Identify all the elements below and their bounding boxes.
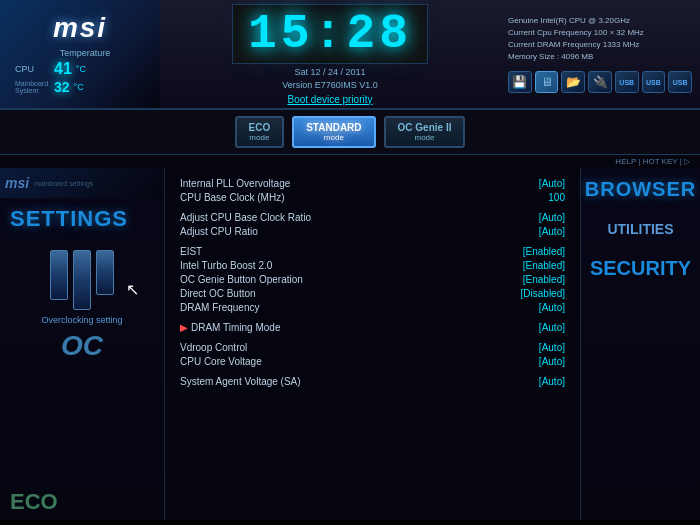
setting-value-adjust-cpu-base: [Auto] bbox=[539, 212, 565, 223]
device-icons-row: 💾 🖥 📂 🔌 USB USB USB bbox=[508, 71, 692, 93]
header-left-panel: msi Temperature CPU 41 °C MainboardSyste… bbox=[0, 0, 160, 108]
setting-name-adjust-cpu-ratio: Adjust CPU Ratio bbox=[180, 226, 258, 237]
oc-icon-area: ↖ Overclocking setting OC bbox=[0, 240, 164, 484]
center-content: Internal PLL Overvoltage [Auto] CPU Base… bbox=[165, 168, 580, 520]
header-middle-panel: 15:28 Sat 12 / 24 / 2011 Version E7760IM… bbox=[160, 0, 500, 110]
system-temp-unit: °C bbox=[74, 82, 84, 92]
setting-name-direct-oc: Direct OC Button bbox=[180, 288, 256, 299]
icon-folder[interactable]: 📂 bbox=[561, 71, 585, 93]
oc-genie-mode-button[interactable]: OC Genie II mode bbox=[384, 116, 466, 148]
settings-section-label[interactable]: SETTINGS bbox=[0, 198, 164, 240]
header-right-panel: Genuine Intel(R) CPU @ 3.20GHz Current C… bbox=[500, 7, 700, 101]
setting-value-cpu-base-clock: 100 bbox=[548, 192, 565, 203]
msi-logo: msi bbox=[53, 12, 107, 44]
cpu-temp-row: CPU 41 °C bbox=[15, 60, 155, 78]
mainboard-label: MainboardSystem bbox=[15, 80, 50, 94]
system-temp-value: 32 bbox=[54, 79, 70, 95]
oc-bar-icons bbox=[50, 250, 114, 310]
setting-value-internal-pll: [Auto] bbox=[539, 178, 565, 189]
help-bar: HELP | HOT KEY | ▷ bbox=[0, 155, 700, 168]
setting-cpu-base-clock[interactable]: CPU Base Clock (MHz) 100 bbox=[180, 190, 565, 204]
boot-device-link[interactable]: Boot device priority bbox=[287, 94, 372, 105]
right-sidebar: BROWSER UTILITIES SECURITY bbox=[580, 168, 700, 520]
oc-genie-mode-label: OC Genie II bbox=[398, 122, 452, 133]
setting-name-internal-pll: Internal PLL Overvoltage bbox=[180, 178, 290, 189]
setting-system-agent-voltage[interactable]: System Agent Voltage (SA) [Auto] bbox=[180, 374, 565, 388]
eco-mode-button[interactable]: ECO mode bbox=[235, 116, 285, 148]
oc-bar-3 bbox=[96, 250, 114, 295]
icon-hdd[interactable]: 💾 bbox=[508, 71, 532, 93]
overclocking-label[interactable]: Overclocking setting bbox=[41, 315, 122, 325]
standard-mode-sub: mode bbox=[306, 133, 361, 142]
oc-big-label: OC bbox=[61, 330, 103, 362]
oc-bar-1 bbox=[50, 250, 68, 300]
mode-bar: ECO mode STANDARD mode OC Genie II mode bbox=[0, 110, 700, 155]
eco-mode-sub: mode bbox=[249, 133, 271, 142]
setting-name-cpu-base-clock: CPU Base Clock (MHz) bbox=[180, 192, 284, 203]
cpu-label: CPU bbox=[15, 64, 50, 74]
setting-eist[interactable]: EIST [Enabled] bbox=[180, 244, 565, 258]
icon-screen[interactable]: 🖥 bbox=[535, 71, 559, 93]
setting-vdroop[interactable]: Vdroop Control [Auto] bbox=[180, 340, 565, 354]
setting-name-system-agent-voltage: System Agent Voltage (SA) bbox=[180, 376, 301, 387]
sys-info-line1: Genuine Intel(R) CPU @ 3.20GHz bbox=[508, 15, 692, 27]
setting-adjust-cpu-base-clock[interactable]: Adjust CPU Base Clock Ratio [Auto] bbox=[180, 210, 565, 224]
setting-cpu-core-voltage[interactable]: CPU Core Voltage [Auto] bbox=[180, 354, 565, 368]
temperature-title: Temperature bbox=[15, 48, 155, 58]
setting-name-dram-timing: ▶DRAM Timing Mode bbox=[180, 322, 280, 333]
setting-value-turbo-boost: [Enabled] bbox=[523, 260, 565, 271]
standard-mode-button[interactable]: STANDARD mode bbox=[292, 116, 375, 148]
setting-value-adjust-cpu-ratio: [Auto] bbox=[539, 226, 565, 237]
setting-turbo-boost[interactable]: Intel Turbo Boost 2.0 [Enabled] bbox=[180, 258, 565, 272]
browser-label[interactable]: BROWSER bbox=[585, 178, 696, 201]
eco-mode-label: ECO bbox=[249, 122, 271, 133]
system-temp-row: MainboardSystem 32 °C bbox=[15, 79, 155, 95]
sidebar-msi-logo: msi bbox=[5, 175, 29, 191]
main-content: msi mainboard settings SETTINGS ↖ Overcl… bbox=[0, 168, 700, 520]
setting-value-cpu-core-voltage: [Auto] bbox=[539, 356, 565, 367]
cpu-temp-value: 41 bbox=[54, 60, 72, 78]
setting-internal-pll[interactable]: Internal PLL Overvoltage [Auto] bbox=[180, 176, 565, 190]
setting-name-vdroop: Vdroop Control bbox=[180, 342, 247, 353]
sys-info-line3: Current DRAM Frequency 1333 MHz bbox=[508, 39, 692, 51]
date-line: Sat 12 / 24 / 2011 bbox=[294, 67, 365, 77]
setting-value-direct-oc: [Disabled] bbox=[521, 288, 565, 299]
icon-usb1[interactable]: USB bbox=[615, 71, 639, 93]
temperature-section: Temperature CPU 41 °C MainboardSystem 32… bbox=[5, 48, 155, 96]
cursor-icon: ↖ bbox=[126, 280, 139, 299]
setting-oc-genie-btn[interactable]: OC Genie Button Operation [Enabled] bbox=[180, 272, 565, 286]
setting-value-system-agent-voltage: [Auto] bbox=[539, 376, 565, 387]
sidebar-subtitle: mainboard settings bbox=[34, 180, 93, 187]
security-label[interactable]: SECURITY bbox=[590, 257, 691, 280]
setting-value-dram-freq: [Auto] bbox=[539, 302, 565, 313]
dram-timing-arrow: ▶ bbox=[180, 322, 188, 333]
clock-display: 15:28 bbox=[232, 4, 428, 64]
setting-name-dram-freq: DRAM Frequency bbox=[180, 302, 259, 313]
settings-table: Internal PLL Overvoltage [Auto] CPU Base… bbox=[180, 176, 565, 388]
standard-mode-label: STANDARD bbox=[306, 122, 361, 133]
version-line: Version E7760IMS V1.0 bbox=[282, 80, 378, 90]
icon-usb3[interactable]: USB bbox=[668, 71, 692, 93]
setting-name-eist: EIST bbox=[180, 246, 202, 257]
eco-section-label[interactable]: ECO bbox=[0, 484, 164, 520]
icon-usb2[interactable]: USB bbox=[642, 71, 666, 93]
icon-power[interactable]: 🔌 bbox=[588, 71, 612, 93]
utilities-label[interactable]: UTILITIES bbox=[607, 221, 673, 237]
sys-info-block: Genuine Intel(R) CPU @ 3.20GHz Current C… bbox=[508, 15, 692, 63]
left-sidebar: msi mainboard settings SETTINGS ↖ Overcl… bbox=[0, 168, 165, 520]
oc-genie-mode-sub: mode bbox=[398, 133, 452, 142]
sys-info-line2: Current Cpu Frequency 100 × 32 MHz bbox=[508, 27, 692, 39]
setting-dram-timing[interactable]: ▶DRAM Timing Mode [Auto] bbox=[180, 320, 565, 334]
cpu-temp-unit: °C bbox=[76, 64, 86, 74]
setting-value-vdroop: [Auto] bbox=[539, 342, 565, 353]
header: msi Temperature CPU 41 °C MainboardSyste… bbox=[0, 0, 700, 110]
sidebar-header: msi mainboard settings bbox=[0, 168, 164, 198]
oc-bar-2 bbox=[73, 250, 91, 310]
setting-value-eist: [Enabled] bbox=[523, 246, 565, 257]
setting-direct-oc[interactable]: Direct OC Button [Disabled] bbox=[180, 286, 565, 300]
sys-info-line4: Memory Size : 4096 MB bbox=[508, 51, 692, 63]
setting-adjust-cpu-ratio[interactable]: Adjust CPU Ratio [Auto] bbox=[180, 224, 565, 238]
setting-name-adjust-cpu-base: Adjust CPU Base Clock Ratio bbox=[180, 212, 311, 223]
setting-value-dram-timing: [Auto] bbox=[539, 322, 565, 333]
setting-dram-freq[interactable]: DRAM Frequency [Auto] bbox=[180, 300, 565, 314]
